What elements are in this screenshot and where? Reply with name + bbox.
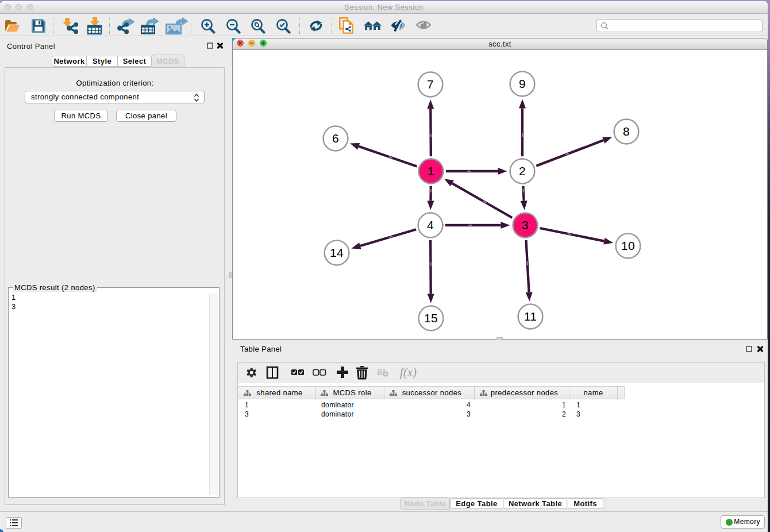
svg-text:6: 6 [332,132,339,145]
svg-text:9: 9 [519,77,526,90]
svg-text:10: 10 [621,239,635,252]
svg-text:8: 8 [623,125,630,138]
svg-text:1: 1 [428,164,434,178]
svg-text:f(x): f(x) [400,366,417,379]
svg-text:14: 14 [330,246,344,259]
svg-text:15: 15 [424,311,438,325]
svg-text:4: 4 [427,218,434,232]
svg-text:7: 7 [427,78,434,91]
svg-text:2: 2 [519,164,526,178]
svg-text:3: 3 [522,218,529,232]
svg-text:11: 11 [524,310,537,323]
